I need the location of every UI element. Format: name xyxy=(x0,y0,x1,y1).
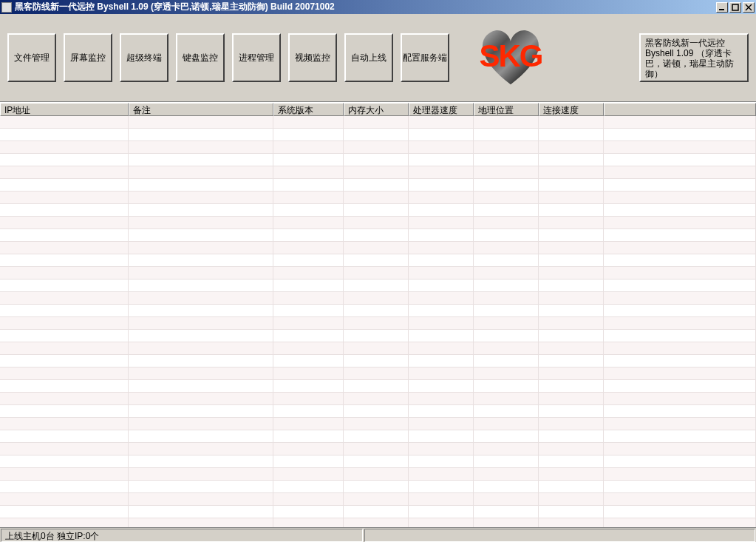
table-row[interactable] xyxy=(0,280,756,292)
table-cell xyxy=(604,430,756,442)
table-cell xyxy=(539,380,604,392)
table-row[interactable] xyxy=(0,305,756,317)
table-cell xyxy=(344,280,409,291)
svg-rect-1 xyxy=(732,4,738,10)
table-cell xyxy=(474,493,539,505)
table-row[interactable] xyxy=(0,355,756,367)
table-cell xyxy=(409,430,474,442)
table-row[interactable] xyxy=(0,204,756,217)
table-cell xyxy=(344,518,409,527)
table-row[interactable] xyxy=(0,192,756,204)
table-cell xyxy=(0,493,129,505)
table-cell xyxy=(474,430,539,442)
table-row[interactable] xyxy=(0,179,756,192)
table-row[interactable] xyxy=(0,518,756,527)
table-row[interactable] xyxy=(0,129,756,141)
table-header: IP地址 备注 系统版本 内存大小 处理器速度 地理位置 连接速度 xyxy=(0,103,756,116)
column-location[interactable]: 地理位置 xyxy=(474,103,539,116)
table-row[interactable] xyxy=(0,317,756,330)
table-cell xyxy=(129,430,273,442)
table-row[interactable] xyxy=(0,242,756,254)
table-cell xyxy=(129,443,273,455)
file-manage-button[interactable]: 文件管理 xyxy=(7,33,56,82)
table-row[interactable] xyxy=(0,393,756,405)
table-cell xyxy=(474,267,539,279)
table-cell xyxy=(409,367,474,379)
status-rest xyxy=(364,529,755,542)
table-cell xyxy=(474,280,539,291)
table-cell xyxy=(409,280,474,291)
table-cell xyxy=(344,154,409,166)
table-row[interactable] xyxy=(0,430,756,443)
table-row[interactable] xyxy=(0,380,756,393)
table-cell xyxy=(604,405,756,417)
column-cpu[interactable]: 处理器速度 xyxy=(409,103,474,116)
table-cell xyxy=(0,405,129,417)
table-cell xyxy=(344,179,409,191)
table-cell xyxy=(129,179,273,191)
info-box[interactable]: 黑客防线新一代远控 Byshell 1.09 （穿透卡巴，诺顿，瑞星主动防御） xyxy=(639,33,749,82)
table-row[interactable] xyxy=(0,292,756,305)
column-ip[interactable]: IP地址 xyxy=(0,103,129,116)
table-cell xyxy=(539,518,604,527)
table-cell xyxy=(344,330,409,342)
titlebar: 黑客防线新一代远控 Byshell 1.09 (穿透卡巴,诺顿,瑞星主动防御) … xyxy=(0,0,756,14)
table-row[interactable] xyxy=(0,443,756,455)
table-row[interactable] xyxy=(0,141,756,154)
auto-online-button[interactable]: 自动上线 xyxy=(344,33,393,82)
table-row[interactable] xyxy=(0,330,756,342)
table-cell xyxy=(273,367,344,379)
column-memory[interactable]: 内存大小 xyxy=(344,103,409,116)
table-row[interactable] xyxy=(0,342,756,355)
table-row[interactable] xyxy=(0,468,756,481)
maximize-button[interactable] xyxy=(729,2,741,13)
table-cell xyxy=(409,129,474,140)
table-row[interactable] xyxy=(0,367,756,380)
super-terminal-button[interactable]: 超级终端 xyxy=(120,33,168,82)
table-row[interactable] xyxy=(0,229,756,242)
table-row[interactable] xyxy=(0,506,756,518)
table-cell xyxy=(344,418,409,430)
table-cell xyxy=(474,468,539,480)
table-row[interactable] xyxy=(0,267,756,280)
minimize-button[interactable] xyxy=(716,2,728,13)
table-cell xyxy=(273,518,344,527)
table-row[interactable] xyxy=(0,481,756,493)
table-row[interactable] xyxy=(0,405,756,418)
column-spacer[interactable] xyxy=(604,103,756,116)
table-cell xyxy=(604,380,756,392)
table-row[interactable] xyxy=(0,493,756,506)
table-row[interactable] xyxy=(0,254,756,267)
table-cell xyxy=(344,493,409,505)
table-row[interactable] xyxy=(0,455,756,468)
table-cell xyxy=(273,305,344,316)
table-cell xyxy=(344,254,409,266)
column-speed[interactable]: 连接速度 xyxy=(539,103,604,116)
column-os[interactable]: 系统版本 xyxy=(273,103,344,116)
table-cell xyxy=(409,242,474,254)
table-row[interactable] xyxy=(0,217,756,229)
table-cell xyxy=(539,141,604,153)
config-server-button[interactable]: 配置服务端 xyxy=(401,33,449,82)
table-row[interactable] xyxy=(0,116,756,129)
process-manage-button[interactable]: 进程管理 xyxy=(232,33,281,82)
video-monitor-button[interactable]: 视频监控 xyxy=(288,33,337,82)
close-button[interactable] xyxy=(743,2,755,13)
table-body[interactable] xyxy=(0,116,756,527)
table-cell xyxy=(0,468,129,480)
table-cell xyxy=(129,405,273,417)
table-cell xyxy=(539,455,604,467)
table-cell xyxy=(409,254,474,266)
table-cell xyxy=(409,443,474,455)
screen-monitor-button[interactable]: 屏幕监控 xyxy=(64,33,112,82)
table-row[interactable] xyxy=(0,154,756,166)
table-cell xyxy=(604,116,756,128)
table-row[interactable] xyxy=(0,418,756,430)
table-cell xyxy=(474,141,539,153)
table-cell xyxy=(604,254,756,266)
table-cell xyxy=(409,468,474,480)
keyboard-monitor-button[interactable]: 键盘监控 xyxy=(176,33,225,82)
table-row[interactable] xyxy=(0,166,756,179)
column-remark[interactable]: 备注 xyxy=(129,103,273,116)
table-cell xyxy=(273,443,344,455)
